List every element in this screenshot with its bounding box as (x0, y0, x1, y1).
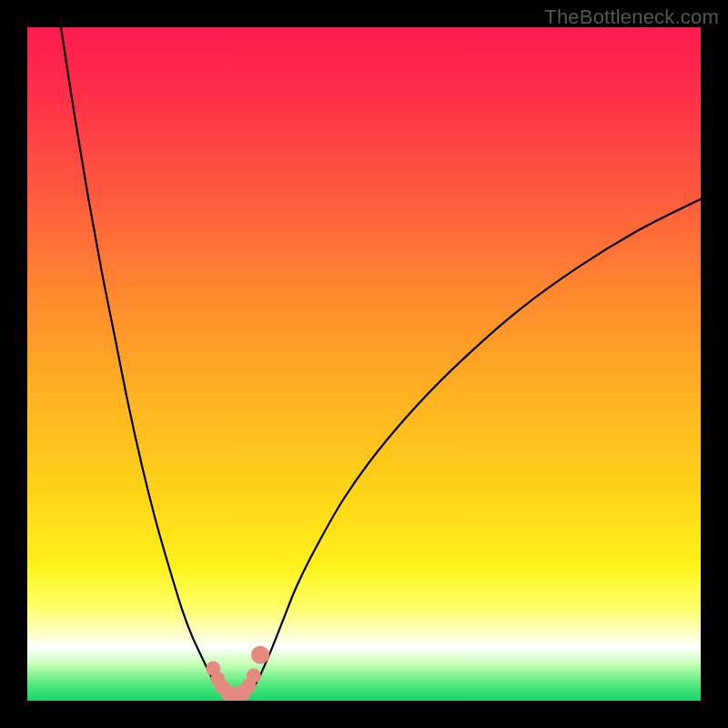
outer-frame: TheBottleneck.com (0, 0, 728, 728)
valley-marker (247, 669, 261, 683)
watermark-text: TheBottleneck.com (544, 5, 719, 29)
chart-area (27, 27, 701, 701)
valley-marker (251, 646, 269, 664)
chart-svg (27, 27, 701, 701)
chart-background (27, 27, 701, 701)
